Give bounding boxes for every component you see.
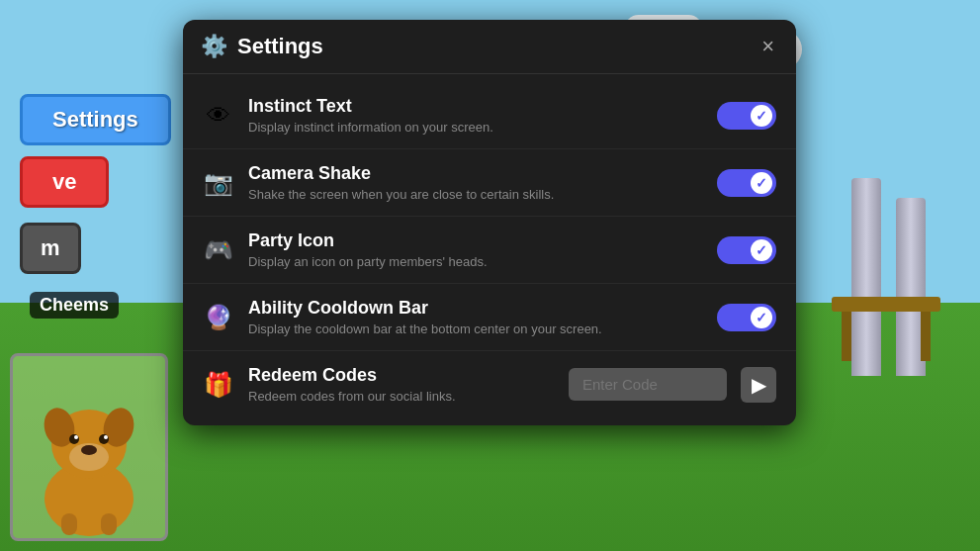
settings-header-icon: ⚙️ (201, 34, 227, 59)
toggle-track: ✓ (717, 102, 776, 130)
toggle-knob: ✓ (751, 172, 772, 194)
toggle-check-icon: ✓ (756, 108, 767, 124)
setting-row-redeem-codes: 🎁 Redeem Codes Redeem codes from our soc… (183, 351, 796, 417)
toggle-knob: ✓ (751, 307, 772, 328)
camera-shake-icon: 📷 (203, 169, 234, 197)
instinct-text-info: Instinct Text Display instinct informati… (248, 96, 703, 135)
instinct-text-desc: Display instinct information on your scr… (248, 120, 703, 135)
toggle-track: ✓ (717, 169, 776, 197)
redeem-code-input[interactable] (569, 368, 727, 401)
ability-cooldown-info: Ability Cooldown Bar Display the cooldow… (248, 298, 703, 336)
redeem-codes-desc: Redeem codes from our social links. (248, 389, 555, 404)
settings-modal: ⚙️ Settings × 👁 Instinct Text Display in… (183, 20, 796, 425)
toggle-track: ✓ (717, 304, 776, 331)
setting-row-party-icon: 🎮 Party Icon Display an icon on party me… (183, 217, 796, 284)
modal-close-button[interactable]: × (757, 36, 778, 57)
ability-cooldown-toggle[interactable]: ✓ (717, 304, 776, 331)
party-icon-toggle[interactable]: ✓ (717, 236, 776, 264)
redeem-codes-info: Redeem Codes Redeem codes from our socia… (248, 365, 555, 404)
instinct-text-icon: 👁 (203, 102, 234, 130)
toggle-track: ✓ (717, 236, 776, 264)
ability-cooldown-name: Ability Cooldown Bar (248, 298, 703, 319)
ability-cooldown-icon: 🔮 (203, 304, 234, 331)
party-icon-name: Party Icon (248, 230, 703, 251)
modal-title: Settings (237, 34, 757, 59)
party-icon-icon: 🎮 (203, 236, 234, 264)
ability-cooldown-desc: Display the cooldown bar at the bottom c… (248, 321, 703, 336)
party-icon-desc: Display an icon on party members' heads. (248, 254, 703, 269)
camera-shake-name: Camera Shake (248, 163, 703, 184)
redeem-submit-button[interactable]: ▶ (741, 367, 776, 403)
camera-shake-toggle[interactable]: ✓ (717, 169, 776, 197)
redeem-codes-name: Redeem Codes (248, 365, 555, 386)
camera-shake-info: Camera Shake Shake the screen when you a… (248, 163, 703, 202)
toggle-check-icon: ✓ (756, 310, 767, 325)
toggle-knob: ✓ (751, 105, 772, 127)
party-icon-info: Party Icon Display an icon on party memb… (248, 230, 703, 269)
toggle-check-icon: ✓ (756, 242, 767, 258)
setting-row-camera-shake: 📷 Camera Shake Shake the screen when you… (183, 149, 796, 217)
instinct-text-toggle[interactable]: ✓ (717, 102, 776, 130)
toggle-knob: ✓ (751, 239, 772, 261)
setting-row-ability-cooldown: 🔮 Ability Cooldown Bar Display the coold… (183, 284, 796, 351)
redeem-codes-icon: 🎁 (203, 371, 234, 399)
toggle-check-icon: ✓ (756, 175, 767, 191)
modal-overlay: ⚙️ Settings × 👁 Instinct Text Display in… (0, 0, 980, 551)
camera-shake-desc: Shake the screen when you are close to c… (248, 187, 703, 202)
modal-body: 👁 Instinct Text Display instinct informa… (183, 74, 796, 425)
setting-row-instinct-text: 👁 Instinct Text Display instinct informa… (183, 82, 796, 149)
modal-header: ⚙️ Settings × (183, 20, 796, 74)
instinct-text-name: Instinct Text (248, 96, 703, 117)
